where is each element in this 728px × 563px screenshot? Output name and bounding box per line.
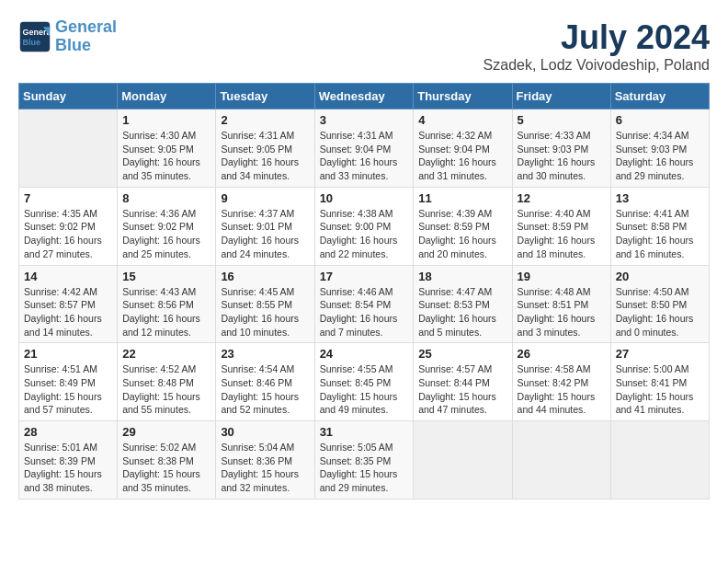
- day-number: 20: [616, 270, 704, 283]
- day-number: 2: [221, 113, 309, 127]
- column-header-friday: Friday: [512, 84, 610, 109]
- calendar-cell: 23Sunrise: 4:54 AM Sunset: 8:46 PM Dayli…: [216, 343, 314, 421]
- day-number: 14: [24, 270, 112, 283]
- month-title: July 2024: [483, 18, 710, 57]
- calendar-cell: 14Sunrise: 4:42 AM Sunset: 8:57 PM Dayli…: [19, 265, 118, 343]
- day-number: 24: [320, 347, 409, 361]
- calendar-cell: 4Sunrise: 4:32 AM Sunset: 9:04 PM Daylig…: [414, 109, 512, 188]
- day-info: Sunrise: 5:00 AM Sunset: 8:41 PM Dayligh…: [616, 362, 704, 417]
- calendar-cell: [414, 421, 512, 500]
- day-number: 3: [320, 113, 409, 127]
- calendar-cell: 31Sunrise: 5:05 AM Sunset: 8:35 PM Dayli…: [314, 421, 414, 500]
- logo: General Blue General Blue: [18, 18, 117, 55]
- calendar-week-row: 1Sunrise: 4:30 AM Sunset: 9:05 PM Daylig…: [19, 109, 710, 188]
- calendar-header-row: SundayMondayTuesdayWednesdayThursdayFrid…: [19, 84, 710, 109]
- calendar-cell: 29Sunrise: 5:02 AM Sunset: 8:38 PM Dayli…: [118, 421, 216, 500]
- column-header-saturday: Saturday: [610, 84, 709, 109]
- day-info: Sunrise: 4:55 AM Sunset: 8:45 PM Dayligh…: [320, 362, 409, 417]
- day-info: Sunrise: 4:54 AM Sunset: 8:46 PM Dayligh…: [221, 362, 309, 417]
- day-number: 18: [418, 270, 506, 283]
- day-number: 4: [418, 113, 506, 127]
- day-info: Sunrise: 4:31 AM Sunset: 9:05 PM Dayligh…: [221, 129, 309, 183]
- day-info: Sunrise: 4:50 AM Sunset: 8:50 PM Dayligh…: [616, 285, 704, 339]
- calendar-cell: 2Sunrise: 4:31 AM Sunset: 9:05 PM Daylig…: [216, 109, 314, 188]
- day-info: Sunrise: 4:32 AM Sunset: 9:04 PM Dayligh…: [418, 129, 506, 183]
- day-number: 26: [518, 347, 606, 361]
- day-info: Sunrise: 5:01 AM Sunset: 8:39 PM Dayligh…: [24, 441, 112, 495]
- calendar-cell: 6Sunrise: 4:34 AM Sunset: 9:03 PM Daylig…: [610, 109, 709, 188]
- day-info: Sunrise: 4:38 AM Sunset: 9:00 PM Dayligh…: [320, 207, 409, 261]
- day-info: Sunrise: 5:02 AM Sunset: 8:38 PM Dayligh…: [122, 441, 210, 495]
- day-number: 5: [518, 113, 606, 127]
- calendar-week-row: 7Sunrise: 4:35 AM Sunset: 9:02 PM Daylig…: [19, 187, 710, 265]
- day-info: Sunrise: 4:42 AM Sunset: 8:57 PM Dayligh…: [24, 285, 112, 339]
- day-number: 10: [320, 191, 409, 205]
- day-info: Sunrise: 4:46 AM Sunset: 8:54 PM Dayligh…: [320, 285, 409, 339]
- day-info: Sunrise: 4:34 AM Sunset: 9:03 PM Dayligh…: [616, 129, 704, 183]
- location-subtitle: Szadek, Lodz Voivodeship, Poland: [483, 57, 710, 74]
- calendar-cell: 8Sunrise: 4:36 AM Sunset: 9:02 PM Daylig…: [118, 187, 216, 265]
- day-number: 15: [122, 270, 210, 283]
- logo-line2: Blue: [55, 36, 91, 54]
- day-number: 19: [518, 270, 606, 283]
- day-number: 28: [24, 425, 112, 439]
- title-block: July 2024 Szadek, Lodz Voivodeship, Pola…: [483, 18, 710, 74]
- calendar-cell: 25Sunrise: 4:57 AM Sunset: 8:44 PM Dayli…: [414, 343, 512, 421]
- calendar-cell: 16Sunrise: 4:45 AM Sunset: 8:55 PM Dayli…: [216, 265, 314, 343]
- calendar-cell: 19Sunrise: 4:48 AM Sunset: 8:51 PM Dayli…: [512, 265, 610, 343]
- day-info: Sunrise: 4:33 AM Sunset: 9:03 PM Dayligh…: [518, 129, 606, 183]
- calendar-cell: 12Sunrise: 4:40 AM Sunset: 8:59 PM Dayli…: [512, 187, 610, 265]
- calendar-cell: 17Sunrise: 4:46 AM Sunset: 8:54 PM Dayli…: [314, 265, 414, 343]
- day-info: Sunrise: 4:41 AM Sunset: 8:58 PM Dayligh…: [616, 207, 704, 261]
- day-info: Sunrise: 4:37 AM Sunset: 9:01 PM Dayligh…: [221, 207, 309, 261]
- calendar-cell: 22Sunrise: 4:52 AM Sunset: 8:48 PM Dayli…: [118, 343, 216, 421]
- calendar-week-row: 21Sunrise: 4:51 AM Sunset: 8:49 PM Dayli…: [19, 343, 710, 421]
- column-header-tuesday: Tuesday: [216, 84, 314, 109]
- day-info: Sunrise: 4:52 AM Sunset: 8:48 PM Dayligh…: [122, 362, 210, 417]
- calendar-cell: [512, 421, 610, 500]
- calendar-cell: 11Sunrise: 4:39 AM Sunset: 8:59 PM Dayli…: [414, 187, 512, 265]
- calendar-cell: 26Sunrise: 4:58 AM Sunset: 8:42 PM Dayli…: [512, 343, 610, 421]
- calendar-cell: 24Sunrise: 4:55 AM Sunset: 8:45 PM Dayli…: [314, 343, 414, 421]
- calendar-week-row: 28Sunrise: 5:01 AM Sunset: 8:39 PM Dayli…: [19, 421, 710, 500]
- calendar-cell: [19, 109, 118, 188]
- day-info: Sunrise: 4:30 AM Sunset: 9:05 PM Dayligh…: [122, 129, 210, 183]
- day-number: 11: [418, 191, 506, 205]
- day-info: Sunrise: 4:39 AM Sunset: 8:59 PM Dayligh…: [418, 207, 506, 261]
- day-info: Sunrise: 4:36 AM Sunset: 9:02 PM Dayligh…: [122, 207, 210, 261]
- day-number: 30: [221, 425, 309, 439]
- day-info: Sunrise: 4:40 AM Sunset: 8:59 PM Dayligh…: [518, 207, 606, 261]
- day-number: 13: [616, 191, 704, 205]
- page-header: General Blue General Blue July 2024 Szad…: [18, 18, 710, 74]
- day-number: 22: [122, 347, 210, 361]
- day-info: Sunrise: 4:35 AM Sunset: 9:02 PM Dayligh…: [24, 207, 112, 261]
- day-info: Sunrise: 5:04 AM Sunset: 8:36 PM Dayligh…: [221, 441, 309, 495]
- day-number: 7: [24, 191, 112, 205]
- column-header-monday: Monday: [118, 84, 216, 109]
- day-info: Sunrise: 4:57 AM Sunset: 8:44 PM Dayligh…: [418, 362, 506, 417]
- calendar-cell: 20Sunrise: 4:50 AM Sunset: 8:50 PM Dayli…: [610, 265, 709, 343]
- calendar-cell: 5Sunrise: 4:33 AM Sunset: 9:03 PM Daylig…: [512, 109, 610, 188]
- calendar-cell: 18Sunrise: 4:47 AM Sunset: 8:53 PM Dayli…: [414, 265, 512, 343]
- day-number: 27: [616, 347, 704, 361]
- day-number: 31: [320, 425, 409, 439]
- day-number: 25: [418, 347, 506, 361]
- logo-line1: General: [55, 17, 117, 36]
- day-number: 6: [616, 113, 704, 127]
- day-info: Sunrise: 4:31 AM Sunset: 9:04 PM Dayligh…: [320, 129, 409, 183]
- day-number: 8: [122, 191, 210, 205]
- day-info: Sunrise: 4:47 AM Sunset: 8:53 PM Dayligh…: [418, 285, 506, 339]
- calendar-cell: 27Sunrise: 5:00 AM Sunset: 8:41 PM Dayli…: [610, 343, 709, 421]
- day-info: Sunrise: 4:48 AM Sunset: 8:51 PM Dayligh…: [518, 285, 606, 339]
- svg-text:Blue: Blue: [23, 38, 41, 47]
- day-number: 23: [221, 347, 309, 361]
- calendar-cell: 9Sunrise: 4:37 AM Sunset: 9:01 PM Daylig…: [216, 187, 314, 265]
- calendar-cell: 7Sunrise: 4:35 AM Sunset: 9:02 PM Daylig…: [19, 187, 118, 265]
- column-header-thursday: Thursday: [414, 84, 512, 109]
- calendar-cell: 1Sunrise: 4:30 AM Sunset: 9:05 PM Daylig…: [118, 109, 216, 188]
- day-number: 1: [122, 113, 210, 127]
- calendar-cell: 28Sunrise: 5:01 AM Sunset: 8:39 PM Dayli…: [19, 421, 118, 500]
- day-number: 16: [221, 270, 309, 283]
- column-header-wednesday: Wednesday: [314, 84, 414, 109]
- calendar-week-row: 14Sunrise: 4:42 AM Sunset: 8:57 PM Dayli…: [19, 265, 710, 343]
